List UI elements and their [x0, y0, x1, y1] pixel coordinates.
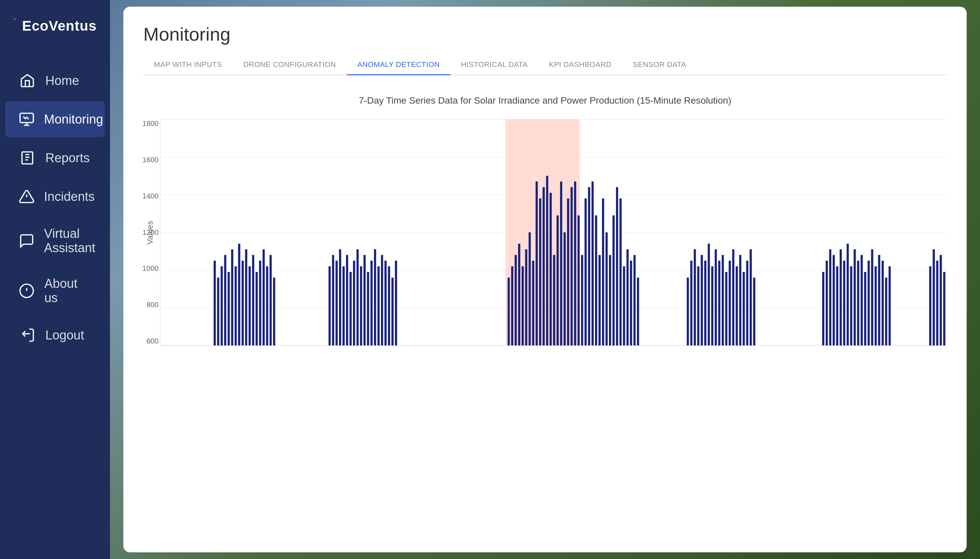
svg-rect-100	[739, 255, 741, 346]
bars-cluster-6	[929, 249, 945, 346]
svg-rect-125	[929, 266, 932, 346]
svg-rect-121	[878, 255, 881, 346]
svg-rect-12	[224, 255, 226, 346]
sidebar-item-logout-label: Logout	[45, 328, 84, 342]
svg-rect-15	[235, 266, 237, 346]
svg-rect-46	[395, 261, 397, 346]
svg-rect-68	[581, 255, 583, 346]
svg-rect-80	[623, 266, 625, 346]
tab-kpi[interactable]: KPI DASHBOARD	[538, 55, 622, 75]
svg-rect-83	[633, 255, 636, 346]
svg-rect-24	[266, 266, 268, 346]
svg-rect-90	[704, 261, 706, 346]
svg-rect-120	[875, 266, 877, 346]
svg-rect-109	[836, 266, 838, 346]
svg-rect-19	[249, 266, 251, 346]
svg-rect-97	[729, 261, 731, 346]
chart-svg	[160, 119, 947, 346]
svg-rect-14	[231, 249, 233, 346]
svg-rect-122	[882, 261, 884, 346]
svg-rect-21	[256, 272, 258, 346]
svg-rect-69	[585, 198, 587, 346]
svg-rect-50	[518, 243, 520, 346]
sidebar-item-home[interactable]: Home	[5, 63, 104, 99]
svg-rect-41	[377, 266, 380, 346]
svg-rect-99	[736, 266, 738, 346]
svg-rect-101	[743, 272, 745, 346]
svg-rect-20	[252, 255, 254, 346]
svg-rect-60	[553, 255, 555, 346]
svg-rect-22	[259, 261, 261, 346]
logo-container: EcoVentus	[0, 0, 110, 56]
svg-rect-63	[564, 233, 566, 346]
monitoring-card: Monitoring MAP WITH INPUTS DRONE CONFIGU…	[123, 7, 967, 552]
tab-drone[interactable]: DRONE CONFIGURATION	[233, 55, 347, 75]
bars-cluster-4	[686, 243, 755, 346]
svg-rect-49	[515, 255, 517, 346]
svg-rect-61	[557, 215, 559, 346]
svg-rect-73	[598, 255, 601, 346]
svg-rect-43	[384, 261, 387, 346]
reports-icon	[19, 149, 36, 167]
svg-rect-74	[602, 198, 604, 346]
svg-rect-30	[339, 249, 342, 346]
svg-rect-123	[885, 278, 887, 346]
sidebar-item-monitoring[interactable]: Monitoring	[5, 101, 104, 137]
svg-rect-102	[746, 261, 748, 346]
svg-rect-129	[944, 272, 946, 346]
svg-rect-66	[574, 182, 576, 346]
svg-rect-59	[550, 193, 552, 346]
bars-cluster-1	[214, 243, 275, 346]
y-tick-1600: 1600	[140, 155, 159, 164]
svg-rect-23	[263, 249, 265, 346]
svg-rect-85	[686, 278, 689, 346]
tab-map[interactable]: MAP WITH INPUTS	[143, 55, 233, 75]
about-icon	[19, 282, 35, 299]
tabs-container: MAP WITH INPUTS DRONE CONFIGURATION ANOM…	[143, 55, 947, 75]
svg-rect-71	[592, 182, 594, 346]
svg-rect-52	[525, 249, 527, 346]
svg-rect-10	[217, 278, 219, 346]
tab-sensor[interactable]: SENSOR DATA	[622, 55, 696, 75]
svg-rect-57	[543, 187, 545, 346]
svg-rect-33	[349, 272, 352, 346]
sidebar-item-incidents-label: Incidents	[44, 190, 95, 204]
svg-rect-70	[588, 187, 590, 346]
tab-historical[interactable]: HISTORICAL DATA	[450, 55, 538, 75]
sidebar-item-monitoring-label: Monitoring	[44, 112, 103, 127]
svg-rect-91	[708, 243, 710, 346]
sidebar-item-home-label: Home	[45, 74, 79, 88]
svg-rect-92	[711, 266, 714, 346]
page-title: Monitoring	[143, 23, 947, 45]
svg-rect-13	[228, 272, 230, 346]
svg-rect-29	[336, 261, 338, 346]
svg-rect-96	[725, 272, 728, 346]
svg-rect-116	[861, 255, 863, 346]
incidents-icon	[19, 188, 35, 205]
y-tick-1400: 1400	[140, 192, 159, 200]
sidebar-item-virtual-assistant[interactable]: Virtual Assistant	[5, 217, 104, 265]
svg-rect-98	[732, 249, 735, 346]
svg-rect-32	[346, 255, 348, 346]
svg-rect-44	[388, 266, 390, 346]
svg-rect-51	[522, 266, 524, 346]
svg-rect-72	[595, 215, 597, 346]
svg-rect-110	[840, 249, 842, 346]
sidebar-item-reports[interactable]: Reports	[5, 140, 104, 176]
svg-rect-0	[15, 19, 16, 19]
chart-area: 600 800 1000 1200 1400 1600 1800	[160, 119, 947, 346]
y-tick-1200: 1200	[140, 228, 159, 237]
sidebar-nav: Home Monitoring Reports	[0, 56, 110, 559]
svg-rect-128	[940, 255, 942, 346]
sidebar-item-about[interactable]: About us	[5, 267, 104, 314]
tab-anomaly[interactable]: ANOMALY DETECTION	[347, 55, 450, 75]
sidebar-item-about-label: About us	[44, 276, 91, 305]
svg-rect-88	[697, 266, 700, 346]
svg-rect-114	[854, 249, 856, 346]
svg-rect-58	[546, 176, 548, 346]
svg-rect-108	[832, 255, 835, 346]
svg-rect-37	[363, 255, 366, 346]
svg-rect-95	[722, 255, 724, 346]
sidebar-item-incidents[interactable]: Incidents	[5, 179, 104, 215]
sidebar-item-logout[interactable]: Logout	[5, 317, 104, 353]
